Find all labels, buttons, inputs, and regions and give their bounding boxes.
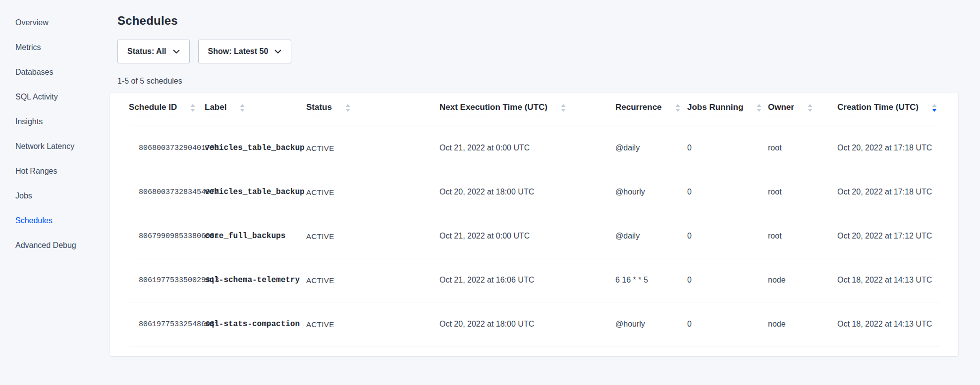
sidebar-item-schedules[interactable]: Schedules <box>15 208 92 233</box>
cell-id: 806197753325486081 <box>129 302 205 346</box>
sidebar-item-overview[interactable]: Overview <box>15 10 92 35</box>
cell-jobs-running: 0 <box>687 302 768 346</box>
cell-owner: root <box>768 214 837 258</box>
cell-label: vehicles_table_backup <box>205 170 306 214</box>
cell-jobs-running: 0 <box>687 126 768 170</box>
cell-label: core_full_backups <box>205 214 306 258</box>
sidebar-item-network-latency[interactable]: Network Latency <box>15 134 92 159</box>
cell-label: sql-schema-telemetry <box>205 258 306 302</box>
status-filter-label: Status: All <box>127 47 166 56</box>
sort-icon <box>345 104 350 112</box>
sidebar-item-sql-activity[interactable]: SQL Activity <box>15 85 92 109</box>
table-row: 806800373283454977vehicles_table_backupA… <box>129 170 940 214</box>
main-content: Schedules Status: All Show: Latest 50 1-… <box>92 0 980 385</box>
column-label: Label <box>205 102 226 116</box>
table-row: 806197753325486081sql-stats-compactionAC… <box>129 302 940 346</box>
cell-owner: node <box>768 302 837 346</box>
status-filter-dropdown[interactable]: Status: All <box>117 40 190 63</box>
page-title: Schedules <box>117 14 958 27</box>
table-row: 806800373290401793vehicles_table_backupA… <box>129 126 940 170</box>
column-label: Next Execution Time (UTC) <box>439 102 547 116</box>
sidebar-item-insights[interactable]: Insights <box>15 109 92 134</box>
cell-id: 806799098533806081 <box>129 214 205 258</box>
cell-status: ACTIVE <box>306 214 439 258</box>
column-header-next-execution-time-utc[interactable]: Next Execution Time (UTC) <box>439 93 615 126</box>
schedules-table-card: Schedule IDLabelStatusNext Execution Tim… <box>110 93 958 356</box>
sort-icon <box>757 104 762 112</box>
table-row: 806799098533806081core_full_backupsACTIV… <box>129 214 940 258</box>
cell-next-execution: Oct 20, 2022 at 18:00 UTC <box>439 302 615 346</box>
table-row: 806197753350029313sql-schema-telemetryAC… <box>129 258 940 302</box>
chevron-down-icon <box>173 49 180 54</box>
sort-icon <box>240 104 245 112</box>
filters-bar: Status: All Show: Latest 50 <box>117 40 958 63</box>
cell-id: 806197753350029313 <box>129 258 205 302</box>
cell-jobs-running: 0 <box>687 214 768 258</box>
column-label: Recurrence <box>615 102 662 116</box>
cell-creation-time: Oct 20, 2022 at 17:18 UTC <box>837 170 940 214</box>
cell-jobs-running: 0 <box>687 170 768 214</box>
sidebar-item-jobs[interactable]: Jobs <box>15 184 92 208</box>
sort-icon <box>190 104 195 112</box>
cell-next-execution: Oct 21, 2022 at 16:06 UTC <box>439 258 615 302</box>
schedules-table: Schedule IDLabelStatusNext Execution Tim… <box>129 93 940 346</box>
sort-icon <box>561 104 566 112</box>
cell-creation-time: Oct 18, 2022 at 14:13 UTC <box>837 258 940 302</box>
column-header-label[interactable]: Label <box>205 93 306 126</box>
sidebar-item-metrics[interactable]: Metrics <box>15 35 92 60</box>
cell-recurrence: @hourly <box>615 302 687 346</box>
cell-creation-time: Oct 20, 2022 at 17:18 UTC <box>837 126 940 170</box>
cell-status: ACTIVE <box>306 170 439 214</box>
cell-owner: node <box>768 258 837 302</box>
sidebar-item-hot-ranges[interactable]: Hot Ranges <box>15 159 92 184</box>
column-label: Creation Time (UTC) <box>837 102 919 116</box>
cell-jobs-running: 0 <box>687 258 768 302</box>
column-header-jobs-running[interactable]: Jobs Running <box>687 93 768 126</box>
sidebar-item-databases[interactable]: Databases <box>15 60 92 85</box>
column-header-status[interactable]: Status <box>306 93 439 126</box>
cell-recurrence: @daily <box>615 214 687 258</box>
app-root: OverviewMetricsDatabasesSQL ActivityInsi… <box>0 0 980 385</box>
column-label: Jobs Running <box>687 102 743 116</box>
chevron-down-icon <box>274 49 281 54</box>
sort-icon <box>675 104 680 112</box>
cell-next-execution: Oct 21, 2022 at 0:00 UTC <box>439 214 615 258</box>
sidebar-item-advanced-debug[interactable]: Advanced Debug <box>15 233 92 258</box>
cell-label: sql-stats-compaction <box>205 302 306 346</box>
sort-icon-active-desc <box>932 104 937 112</box>
cell-status: ACTIVE <box>306 126 439 170</box>
show-filter-dropdown[interactable]: Show: Latest 50 <box>198 40 292 63</box>
sort-icon <box>808 104 813 112</box>
cell-next-execution: Oct 20, 2022 at 18:00 UTC <box>439 170 615 214</box>
cell-label: vehicles_table_backup <box>205 126 306 170</box>
cell-recurrence: @hourly <box>615 170 687 214</box>
cell-owner: root <box>768 126 837 170</box>
cell-next-execution: Oct 21, 2022 at 0:00 UTC <box>439 126 615 170</box>
cell-creation-time: Oct 18, 2022 at 14:13 UTC <box>837 302 940 346</box>
column-header-owner[interactable]: Owner <box>768 93 837 126</box>
column-header-creation-time-utc[interactable]: Creation Time (UTC) <box>837 93 940 126</box>
cell-recurrence: @daily <box>615 126 687 170</box>
sidebar: OverviewMetricsDatabasesSQL ActivityInsi… <box>0 0 92 385</box>
cell-creation-time: Oct 20, 2022 at 17:12 UTC <box>837 214 940 258</box>
cell-id: 806800373290401793 <box>129 126 205 170</box>
column-label: Schedule ID <box>129 102 177 116</box>
cell-id: 806800373283454977 <box>129 170 205 214</box>
cell-status: ACTIVE <box>306 302 439 346</box>
results-summary: 1-5 of 5 schedules <box>117 77 958 86</box>
table-header-row: Schedule IDLabelStatusNext Execution Tim… <box>129 93 940 126</box>
cell-status: ACTIVE <box>306 258 439 302</box>
column-header-schedule-id[interactable]: Schedule ID <box>129 93 205 126</box>
cell-recurrence: 6 16 * * 5 <box>615 258 687 302</box>
show-filter-label: Show: Latest 50 <box>208 47 269 56</box>
column-header-recurrence[interactable]: Recurrence <box>615 93 687 126</box>
column-label: Owner <box>768 102 794 116</box>
column-label: Status <box>306 102 332 116</box>
cell-owner: root <box>768 170 837 214</box>
